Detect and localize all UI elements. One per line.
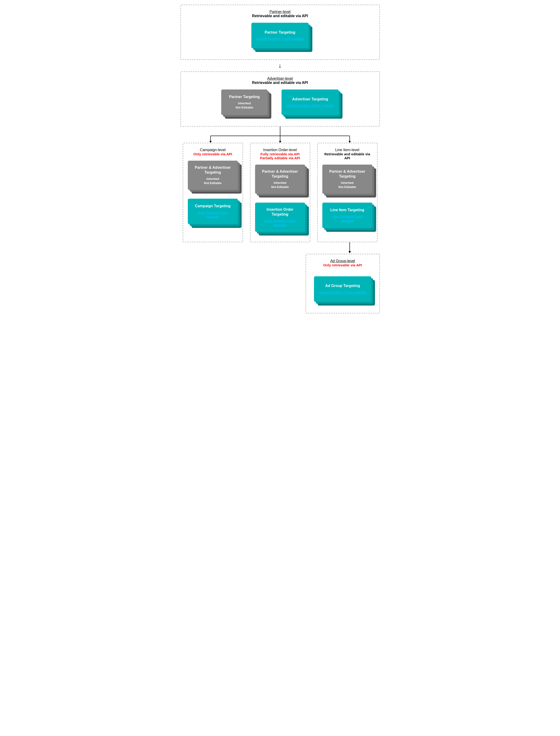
li-gray-sub1: Inherited	[341, 181, 354, 185]
io-gray-sub1: Inherited	[274, 181, 286, 185]
arrow-li-to-adgroup	[180, 242, 380, 254]
campaign-teal-card: Campaign Targeting Most Targeting Types …	[188, 199, 238, 224]
partner-targeting-stack: Partner Targeting Limited Targeting Type…	[251, 23, 309, 48]
li-gray-stack: Partner & Advertiser Targeting Inherited…	[322, 165, 372, 194]
io-level-desc2: Partially editable via API	[260, 156, 300, 160]
camp-gray-sub1: Inherited	[206, 177, 219, 181]
advertiser-partner-targeting-card: Partner Targeting Inherited Not Editable	[221, 90, 268, 115]
svg-marker-7	[349, 141, 351, 143]
camp-gray-title: Partner & Advertiser Targeting	[192, 165, 233, 175]
adv-partner-sub1: Inherited	[238, 101, 251, 106]
adgroup-level-header: Ad Group-level Only retrievable via API	[323, 259, 362, 267]
li-gray-title: Partner & Advertiser Targeting	[327, 169, 368, 179]
io-gray-card: Partner & Advertiser Targeting Inherited…	[255, 165, 305, 194]
adgroup-level-box: Ad Group-level Only retrievable via API …	[306, 254, 380, 314]
campaign-level-desc: Only retrievable via API	[193, 152, 232, 156]
io-col-box: Insertion Order-level Fully retrievable …	[250, 143, 310, 242]
partner-level-header: Partner-level Retrievable and editable v…	[188, 10, 372, 18]
arrow-partner-to-advertiser: ↓	[278, 60, 282, 71]
io-teal-link[interactable]: Most Targeting Types Available	[260, 219, 301, 227]
adgroup-teal-stack: Ad Group Targeting Limited Targeting Typ…	[314, 276, 371, 302]
advertiser-partner-targeting-stack: Partner Targeting Inherited Not Editable	[221, 90, 268, 115]
advertiser-level-header: Advertiser-level Retrievable and editabl…	[188, 77, 372, 85]
li-teal-stack: Line Item Targeting Most Targeting Types…	[322, 203, 372, 228]
svg-marker-5	[279, 141, 281, 143]
campaign-col-header: Campaign-level Only retrievable via API	[193, 148, 232, 156]
adv-partner-title: Partner Targeting	[229, 95, 260, 99]
li-level-name: Line Item-level	[322, 148, 372, 152]
advertiser-level-name: Advertiser-level	[188, 77, 372, 81]
io-gray-title: Partner & Advertiser Targeting	[260, 169, 301, 179]
advertiser-level-desc: Retrievable and editable via API	[188, 81, 372, 85]
io-gray-sub2: Not Editable	[271, 185, 289, 189]
li-gray-sub2: Not Editable	[339, 185, 356, 189]
io-level-name: Insertion Order-level	[260, 148, 300, 152]
partner-level-desc: Retrievable and editable via API	[188, 14, 372, 18]
io-teal-card: Insertion Order Targeting Most Targeting…	[255, 203, 305, 232]
partner-level-name: Partner-level	[188, 10, 372, 14]
adv-teal-link[interactable]: Limited Targeting Types Available	[286, 103, 334, 108]
adgroup-teal-link[interactable]: Limited Targeting Types Available	[319, 290, 367, 295]
li-col-box: Line Item-level Retrievable and editable…	[317, 143, 378, 242]
adgroup-teal-title: Ad Group Targeting	[325, 284, 360, 289]
partner-cards: Partner Targeting Limited Targeting Type…	[188, 23, 372, 52]
adv-teal-title: Advertiser Targeting	[292, 97, 328, 102]
branch-arrows-svg	[180, 127, 380, 143]
advertiser-level-box: Advertiser-level Retrievable and editabl…	[180, 71, 380, 127]
li-teal-title: Line Item Targeting	[330, 208, 364, 213]
three-col-row: Campaign-level Only retrievable via API …	[183, 143, 378, 242]
io-gray-stack: Partner & Advertiser Targeting Inherited…	[255, 165, 305, 194]
adgroup-level-desc: Only retrievable via API	[323, 263, 362, 267]
io-teal-stack: Insertion Order Targeting Most Targeting…	[255, 203, 305, 232]
camp-teal-link[interactable]: Most Targeting Types Available	[192, 211, 233, 219]
partner-targeting-card: Partner Targeting Limited Targeting Type…	[251, 23, 309, 48]
advertiser-targeting-stack: Advertiser Targeting Limited Targeting T…	[282, 90, 339, 115]
campaign-gray-stack: Partner & Advertiser Targeting Inherited…	[188, 161, 238, 190]
campaign-col-box: Campaign-level Only retrievable via API …	[183, 143, 243, 242]
svg-marker-3	[209, 141, 212, 143]
campaign-teal-stack: Campaign Targeting Most Targeting Types …	[188, 199, 238, 224]
svg-marker-9	[349, 251, 351, 253]
io-col-header: Insertion Order-level Fully retrievable …	[260, 148, 300, 160]
adgroup-section: Ad Group-level Only retrievable via API …	[180, 254, 380, 314]
io-level-desc1: Fully retrievable via API	[260, 152, 300, 156]
li-level-desc: Retrievable and editable via API	[322, 152, 372, 160]
io-teal-title: Insertion Order Targeting	[260, 207, 301, 217]
adgroup-level-name: Ad Group-level	[323, 259, 362, 263]
partner-targeting-link[interactable]: Limited Targeting Types Available	[256, 37, 304, 41]
partner-level-box: Partner-level Retrievable and editable v…	[180, 5, 380, 60]
li-teal-card: Line Item Targeting Most Targeting Types…	[322, 203, 372, 228]
adv-partner-sub2: Not Editable	[236, 106, 253, 110]
adgroup-teal-card: Ad Group Targeting Limited Targeting Typ…	[314, 276, 371, 302]
camp-gray-sub2: Not Editable	[204, 181, 222, 185]
camp-teal-title: Campaign Targeting	[195, 204, 231, 209]
advertiser-cards-row: Partner Targeting Inherited Not Editable…	[188, 90, 372, 119]
advertiser-targeting-card: Advertiser Targeting Limited Targeting T…	[282, 90, 339, 115]
li-gray-card: Partner & Advertiser Targeting Inherited…	[322, 165, 372, 194]
li-col-header: Line Item-level Retrievable and editable…	[322, 148, 372, 160]
targeting-diagram: Partner-level Retrievable and editable v…	[173, 5, 387, 314]
campaign-level-name: Campaign-level	[193, 148, 232, 152]
partner-targeting-title: Partner Targeting	[265, 30, 295, 35]
campaign-gray-card: Partner & Advertiser Targeting Inherited…	[188, 161, 238, 190]
li-teal-link[interactable]: Most Targeting Types Available	[327, 215, 368, 223]
